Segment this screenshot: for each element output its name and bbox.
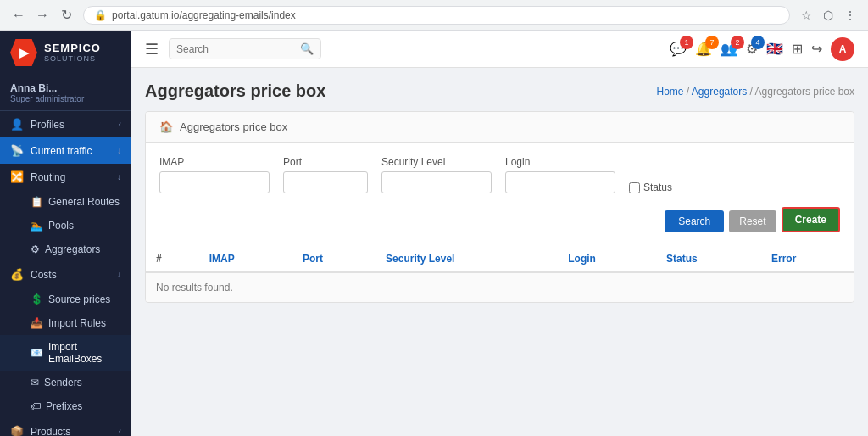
back-button[interactable]: ← xyxy=(8,5,29,25)
search-button[interactable]: Search xyxy=(665,210,724,232)
topbar-left: ☰ 🔍 xyxy=(145,38,321,59)
import-rules-icon: 📥 xyxy=(31,317,43,329)
user-name: Anna Bi... xyxy=(10,82,121,94)
col-port[interactable]: Port xyxy=(292,246,376,272)
col-error[interactable]: Error xyxy=(761,246,854,272)
status-label: Status xyxy=(629,182,672,193)
sidebar-item-pools[interactable]: 🏊 Pools xyxy=(0,214,131,238)
lock-icon: 🔒 xyxy=(94,9,107,21)
url-bar[interactable]: 🔒 portal.gatum.io/aggregating-emails/ind… xyxy=(83,6,790,25)
sidebar-item-label: Aggregators xyxy=(45,243,100,255)
col-hash: # xyxy=(146,246,199,272)
col-imap[interactable]: IMAP xyxy=(199,246,292,272)
reset-button[interactable]: Reset xyxy=(729,210,776,232)
aggregators-icon: ⚙ xyxy=(31,243,40,255)
sidebar-item-prefixes[interactable]: 🏷 Prefixes xyxy=(0,394,131,418)
breadcrumb-home[interactable]: Home xyxy=(656,86,683,98)
user-role: Super administrator xyxy=(10,94,121,103)
topbar-right: 💬 1 🔔 7 👥 2 ⚙ 4 🇬🇧 ⊞ ↪ A xyxy=(670,37,854,61)
sidebar-item-import-rules[interactable]: 📥 Import Rules xyxy=(0,311,131,335)
table-head: # IMAP Port Security Level Login Status … xyxy=(146,246,854,272)
card-header-icon: 🏠 xyxy=(159,120,173,133)
filter-actions: Search Reset Create xyxy=(665,207,840,232)
browser-bar: ← → ↻ 🔒 portal.gatum.io/aggregating-emai… xyxy=(0,0,868,31)
login-input[interactable] xyxy=(505,171,615,193)
main-card: 🏠 Aggregators price box IMAP Port xyxy=(145,111,854,303)
refresh-button[interactable]: ↻ xyxy=(56,5,76,25)
logo-icon: ▶ xyxy=(10,39,37,66)
sidebar-item-routing[interactable]: 🔀 Routing ↓ xyxy=(0,164,131,190)
col-status[interactable]: Status xyxy=(656,246,761,272)
imap-input[interactable] xyxy=(159,171,270,193)
sidebar-item-source-prices[interactable]: 💲 Source prices xyxy=(0,288,131,311)
users-badge: 2 xyxy=(731,36,744,49)
main-content: ☰ 🔍 💬 1 🔔 7 👥 2 xyxy=(131,31,868,436)
col-security-level[interactable]: Security Level xyxy=(376,246,558,272)
search-box: 🔍 xyxy=(169,38,321,59)
card-header: 🏠 Aggregators price box xyxy=(146,112,854,143)
empty-row: No results found. xyxy=(146,272,854,302)
filter-group-imap: IMAP xyxy=(159,156,270,193)
chat-badge: 1 xyxy=(680,36,693,49)
status-checkbox[interactable] xyxy=(629,182,640,193)
senders-icon: ✉ xyxy=(31,377,39,388)
sidebar-item-label: General Routes xyxy=(48,196,120,208)
port-label: Port xyxy=(283,156,368,168)
filter-group-login: Login xyxy=(505,156,615,193)
table-body: No results found. xyxy=(146,272,854,302)
sidebar-item-senders[interactable]: ✉ Senders xyxy=(0,371,131,394)
sidebar-item-label: Import EmailBoxes xyxy=(48,341,121,365)
costs-icon: 💰 xyxy=(10,268,24,281)
flag-icon[interactable]: 🇬🇧 xyxy=(766,41,783,57)
sidebar-item-label: Senders xyxy=(44,377,82,388)
users-button[interactable]: 👥 2 xyxy=(721,41,737,57)
app-container: ▶ SEMPICO SOLUTIONS Anna Bi... Super adm… xyxy=(0,31,868,436)
search-icon: 🔍 xyxy=(300,42,314,55)
sidebar-item-aggregators[interactable]: ⚙ Aggregators xyxy=(0,238,131,261)
chevron-icon: ↓ xyxy=(117,172,121,182)
bookmark-icon[interactable]: ☆ xyxy=(797,6,815,25)
extensions-icon[interactable]: ⬡ xyxy=(819,6,837,25)
avatar[interactable]: A xyxy=(831,37,854,61)
logo-area: ▶ SEMPICO SOLUTIONS xyxy=(0,31,131,75)
user-area: Anna Bi... Super administrator xyxy=(0,75,131,111)
create-button[interactable]: Create xyxy=(782,207,840,232)
sidebar-item-label: Current traffic xyxy=(31,145,92,157)
col-login[interactable]: Login xyxy=(558,246,656,272)
sidebar-item-label: Import Rules xyxy=(48,317,106,329)
page-title: Aggregators price box xyxy=(145,81,326,101)
settings-button[interactable]: ⚙ 4 xyxy=(746,41,758,57)
logout-icon[interactable]: ↪ xyxy=(811,41,822,57)
login-label: Login xyxy=(505,156,615,168)
bell-button[interactable]: 🔔 7 xyxy=(695,41,712,57)
table-container: # IMAP Port Security Level Login Status … xyxy=(146,246,854,302)
prefixes-icon: 🏷 xyxy=(31,400,41,412)
filter-group-port: Port xyxy=(283,156,368,193)
logo-text: SEMPICO SOLUTIONS xyxy=(44,42,101,64)
sidebar-item-products[interactable]: 📦 Products ‹ xyxy=(0,418,131,436)
search-input[interactable] xyxy=(176,43,295,55)
sidebar-item-current-traffic[interactable]: 📡 Current traffic ↓ xyxy=(0,137,131,164)
logo-sub: SOLUTIONS xyxy=(44,54,101,64)
chat-button[interactable]: 💬 1 xyxy=(670,41,687,57)
sidebar-item-costs[interactable]: 💰 Costs ↓ xyxy=(0,261,131,288)
security-level-input[interactable] xyxy=(381,171,492,193)
topbar: ☰ 🔍 💬 1 🔔 7 👥 2 xyxy=(131,31,868,68)
port-input[interactable] xyxy=(283,171,368,193)
security-level-label: Security Level xyxy=(381,156,492,168)
bell-badge: 7 xyxy=(705,36,719,49)
sidebar-item-general-routes[interactable]: 📋 General Routes xyxy=(0,190,131,214)
menu-icon[interactable]: ⋮ xyxy=(841,6,860,25)
forward-button[interactable]: → xyxy=(32,5,53,25)
import-emailboxes-icon: 📧 xyxy=(31,347,43,359)
sidebar-item-label: Costs xyxy=(31,269,57,281)
products-icon: 📦 xyxy=(10,425,24,436)
current-traffic-icon: 📡 xyxy=(10,144,24,157)
filter-row: IMAP Port Security Level Login xyxy=(159,156,840,232)
breadcrumb-aggregators[interactable]: Aggregators xyxy=(692,86,747,98)
sidebar-item-import-emailboxes[interactable]: 📧 Import EmailBoxes xyxy=(0,335,131,371)
hamburger-button[interactable]: ☰ xyxy=(145,40,159,59)
filter-group-security-level: Security Level xyxy=(381,156,492,193)
sidebar-item-profiles[interactable]: 👤 Profiles ‹ xyxy=(0,111,131,137)
grid-icon[interactable]: ⊞ xyxy=(792,41,803,57)
